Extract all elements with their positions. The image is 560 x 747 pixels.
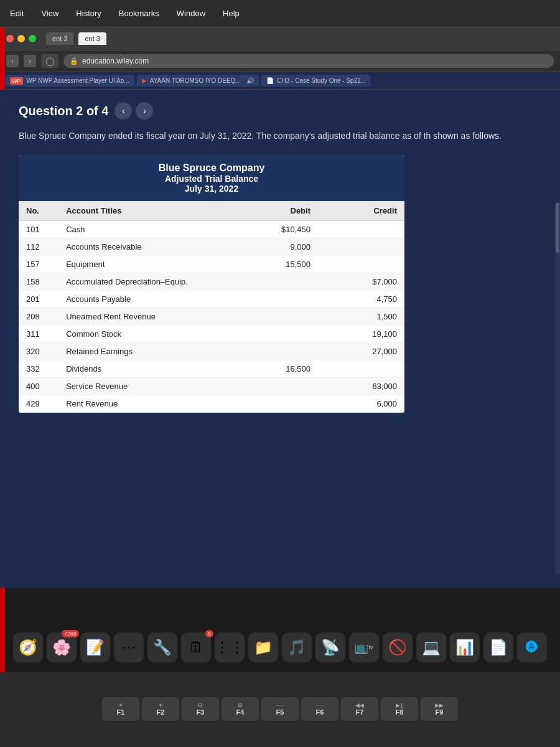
credit-amount-cell: 27,000 [318,343,404,360]
f4-key[interactable]: ⊞ F4 [222,697,259,722]
question-text: Blue Spruce Company ended its fiscal yea… [19,129,541,143]
credit-amount-cell [318,256,404,273]
debit-amount-cell [231,343,318,360]
close-button[interactable] [6,35,14,42]
scrollbar-thumb[interactable] [556,203,559,253]
menu-edit[interactable]: Edit [6,6,27,21]
menu-bookmarks[interactable]: Bookmarks [115,6,163,21]
debit-amount-cell [231,326,318,343]
f1-key[interactable]: ☀ F1 [102,697,139,722]
account-title-cell: Accumulated Depreciation–Equip. [58,273,231,291]
dock-music[interactable]: 🎵 [282,632,312,662]
fullscreen-button[interactable] [29,35,36,42]
credit-amount-cell [318,238,404,256]
f5-key[interactable]: ·· ·· F5 [261,697,299,722]
debit-amount-cell [231,395,318,413]
nav-tab-youtube[interactable]: ▶ AYAAN TOROMSO IYO DEEQ... 🔊 [137,75,259,87]
menu-history[interactable]: History [72,6,105,21]
table-row: 112Accounts Receivable9,000 [19,238,404,256]
f2-bottom-label: F2 [157,708,165,716]
dock-calendar[interactable]: 🗓 5 [181,632,211,662]
f9-top-label: ▶▶ [435,702,444,708]
dock-screen[interactable]: 💻 [416,632,446,662]
account-title-cell: Equipment [58,256,231,273]
refresh-area: ◯ [41,54,58,68]
menu-window[interactable]: Window [173,6,209,21]
dock-notes[interactable]: 📝 [80,632,110,662]
table-row: 400Service Revenue63,000 [19,378,404,395]
menu-view[interactable]: View [37,6,62,21]
dock-photos[interactable]: 🌸 7268 [47,632,77,662]
account-title-cell: Service Revenue [58,378,231,395]
menu-help[interactable]: Help [219,6,243,21]
audio-icon: 🔊 [246,77,254,84]
f1-top-label: ☀ [118,702,123,708]
report-title: Adjusted Trial Balance [26,174,397,184]
browser-tab-1[interactable]: ent 3 [46,32,73,45]
browser-tab-2[interactable]: ent 3 [78,32,106,45]
col-header-no: No. [19,201,58,221]
table-column-headers: No. Account Titles Debit Credit [19,201,404,221]
company-name: Blue Spruce Company [26,162,397,174]
account-title-cell: Cash [58,221,231,238]
dock-apps[interactable]: ⋮⋮ [215,632,245,662]
f2-key[interactable]: ☀ F2 [142,697,179,722]
dock-appstore[interactable]: 🅐 [517,632,547,662]
dock-safari[interactable]: 🧭 [13,632,43,662]
dock-tv[interactable]: 📺tv [349,632,379,662]
f7-top-label: ◀◀ [355,702,364,708]
table-row: 320Retained Earnings27,000 [19,343,404,360]
f5-bottom-label: F5 [276,708,284,716]
calendar-badge: 5 [205,630,213,637]
minimize-button[interactable] [17,35,25,42]
f3-bottom-label: F3 [197,708,205,716]
address-bar[interactable]: 🔒 education.wiley.com [63,54,554,68]
finder-icon: 📁 [254,639,273,656]
forward-button[interactable]: › [24,55,36,67]
f6-key[interactable]: ·· ·· F6 [301,697,338,722]
credit-amount-cell [318,360,404,378]
photos-badge: 7268 [62,630,79,637]
dock-more[interactable]: ⋯ [114,632,144,662]
credit-amount-cell: 4,750 [318,291,404,308]
col-header-credit: Credit [318,201,404,221]
f1-bottom-label: F1 [117,708,125,716]
f9-key[interactable]: ▶▶ F9 [421,697,458,722]
main-content: Question 2 of 4 ‹ › Blue Spruce Company … [0,90,560,588]
f5-top-label: ·· ·· [276,702,284,708]
page-scrollbar[interactable] [555,202,560,575]
table-row: 158Accumulated Depreciation–Equip.$7,000 [19,273,404,291]
dock-pages[interactable]: 📄 [483,632,513,662]
tv-icon: 📺 [355,641,368,654]
credit-amount-cell: 1,500 [318,308,404,326]
dock-podcast[interactable]: 📡 [315,632,345,662]
podcast-icon: 📡 [321,639,340,656]
nav-tab-ch3[interactable]: 📄 CH3 - Case Study One - Sp22... [261,75,371,87]
account-title-cell: Retained Earnings [58,343,231,360]
next-question-button[interactable]: › [136,102,153,120]
table-row: 201Accounts Payable4,750 [19,291,404,308]
back-button[interactable]: ‹ [6,55,19,67]
table-header: Blue Spruce Company Adjusted Trial Balan… [19,155,404,201]
appstore-icon: 🅐 [526,641,538,655]
chevron-right-icon: › [143,106,146,116]
f3-key[interactable]: ⊟ F3 [182,697,219,722]
nav-tab-wp[interactable]: WP WP NWP Assessment Player UI Ap... [5,75,134,87]
account-number-cell: 429 [19,395,58,413]
dock-numbers[interactable]: 📊 [450,632,480,662]
debit-amount-cell [231,378,318,395]
trial-balance-table-container: Blue Spruce Company Adjusted Trial Balan… [19,155,404,413]
block-icon: 🚫 [388,639,407,656]
dock-block[interactable]: 🚫 [383,632,413,662]
stop-icon[interactable]: ◯ [45,57,55,66]
numbers-icon: 📊 [455,639,474,656]
trial-balance-table: No. Account Titles Debit Credit 101Cash$… [19,201,404,413]
prev-question-button[interactable]: ‹ [114,102,132,120]
account-number-cell: 112 [19,238,58,256]
dock-finder[interactable]: 📁 [248,632,278,662]
dock-settings[interactable]: 🔧 [147,632,177,662]
account-title-cell: Common Stock [58,326,231,343]
f7-key[interactable]: ◀◀ F7 [341,697,378,722]
f8-key[interactable]: ▶‖ F8 [381,697,418,722]
account-title-cell: Rent Revenue [58,395,231,413]
